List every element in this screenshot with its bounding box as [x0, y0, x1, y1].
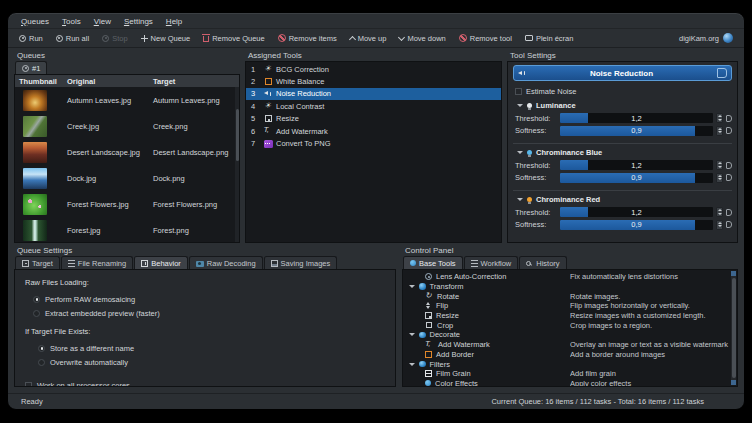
- tool-row-convert-to-png[interactable]: 7 Convert To PNG: [246, 137, 501, 149]
- menu-settings[interactable]: Settings: [124, 17, 153, 26]
- tree-group-transform[interactable]: Transform: [406, 282, 729, 292]
- thumbnail-image: [23, 194, 47, 215]
- tree-item-lens-auto-correction[interactable]: Lens Auto-Correction Fix automatically l…: [406, 272, 729, 282]
- queues-panel: Queues #1 Thumbnail Original Target Autu…: [14, 50, 240, 243]
- run-all-button[interactable]: Run all: [56, 34, 89, 43]
- thumbnail-image: [23, 142, 47, 163]
- remove-tool-button[interactable]: Remove tool: [459, 34, 512, 43]
- tool-header-bar: Noise Reduction: [513, 65, 732, 81]
- tab-behavior[interactable]: Behavior: [134, 256, 188, 269]
- tab-saving-images[interactable]: Saving Images: [264, 256, 338, 269]
- base-tools-tree: Lens Auto-Correction Fix automatically l…: [402, 269, 738, 387]
- menu-view[interactable]: View: [94, 17, 111, 26]
- remove-items-button[interactable]: Remove items: [278, 34, 337, 43]
- tab-target[interactable]: Target: [15, 256, 60, 269]
- reset-icon[interactable]: [726, 209, 732, 216]
- table-row[interactable]: Autumn Leaves.jpg Autumn Leaves.png: [15, 87, 239, 113]
- reset-icon[interactable]: [726, 221, 732, 228]
- tree-group-filters[interactable]: Filters: [406, 359, 729, 369]
- move-down-button[interactable]: Move down: [399, 34, 445, 43]
- tree-item-crop[interactable]: Crop Crop images to a region.: [406, 320, 729, 330]
- tool-row-resize[interactable]: 5 Resize: [246, 113, 501, 125]
- column-original[interactable]: Original: [67, 77, 153, 86]
- flip-icon: [425, 302, 432, 310]
- menu-help[interactable]: Help: [166, 17, 182, 26]
- tab-workflow[interactable]: Workflow: [464, 256, 519, 269]
- queue-table-scrollbar[interactable]: [235, 87, 239, 242]
- radio-overwrite-automatically[interactable]: Overwrite automatically: [25, 355, 395, 369]
- move-up-button[interactable]: Move up: [350, 34, 387, 43]
- table-row[interactable]: Forest Flowers.jpg Forest Flowers.png: [15, 191, 239, 217]
- tree-item-resize[interactable]: Resize Resize images with a customized l…: [406, 311, 729, 321]
- target-filename: Forest.png: [153, 226, 239, 235]
- tab-raw-decoding[interactable]: Raw Decoding: [189, 256, 263, 269]
- table-row[interactable]: Desert Landscape.jpg Desert Landscape.pn…: [15, 139, 239, 165]
- menu-queues[interactable]: Queues: [21, 17, 49, 26]
- tree-item-add-border[interactable]: Add Border Add a border around images: [406, 350, 729, 360]
- thumbnail-image: [23, 116, 47, 137]
- scrollbar-handle[interactable]: [732, 278, 736, 378]
- chrominance-red-section-header[interactable]: Chrominance Red: [513, 194, 732, 205]
- tool-row-bcg-correction[interactable]: 1 BCG Correction: [246, 63, 501, 75]
- tree-item-add-watermark[interactable]: Add Watermark Overlay an image or text a…: [406, 340, 729, 350]
- radio-extract-embedded-preview[interactable]: Extract embedded preview (faster): [25, 306, 395, 320]
- table-row[interactable]: Forest.jpg Forest.png: [15, 217, 239, 243]
- digikam-org-link[interactable]: digiKam.org: [679, 33, 733, 43]
- column-target[interactable]: Target: [153, 77, 239, 86]
- spinner[interactable]: [716, 160, 723, 170]
- chrominance-red-section: Chrominance Red Threshold: 1,2 Softness:…: [513, 190, 732, 234]
- column-thumbnail[interactable]: Thumbnail: [15, 77, 67, 86]
- chrominance-red-softness-slider[interactable]: 0,9: [560, 220, 713, 230]
- spinner[interactable]: [716, 220, 723, 230]
- tab-base-tools[interactable]: Base Tools: [403, 256, 463, 269]
- tree-group-decorate[interactable]: Decorate: [406, 330, 729, 340]
- tool-row-add-watermark[interactable]: 6 Add Watermark: [246, 125, 501, 137]
- estimate-noise-checkbox[interactable]: [515, 88, 522, 95]
- tool-row-noise-reduction[interactable]: 3 Noise Reduction: [246, 88, 501, 100]
- scroll-down-icon[interactable]: [731, 380, 736, 385]
- spinner[interactable]: [716, 207, 723, 217]
- chrominance-blue-section-header[interactable]: Chrominance Blue: [513, 147, 732, 158]
- digikam-batch-queue-manager-window: Queues Tools View Settings Help Run Run …: [7, 12, 745, 410]
- luminance-softness-slider[interactable]: 0,9: [560, 126, 713, 136]
- control-panel-tabs: Base Tools Workflow History: [402, 256, 738, 269]
- fullscreen-button[interactable]: Plein écran: [525, 34, 574, 43]
- table-row[interactable]: Creek.jpg Creek.png: [15, 113, 239, 139]
- tool-row-white-balance[interactable]: 2 White Balance: [246, 75, 501, 87]
- spinner[interactable]: [716, 113, 723, 123]
- reset-icon[interactable]: [726, 174, 732, 181]
- queue-tab-1[interactable]: #1: [15, 61, 47, 74]
- tree-item-flip[interactable]: Flip Flip images horizontally or vertica…: [406, 301, 729, 311]
- scroll-up-icon[interactable]: [731, 271, 736, 276]
- original-filename: Desert Landscape.jpg: [67, 148, 153, 157]
- target-icon: [22, 260, 29, 267]
- reset-icon[interactable]: [726, 162, 732, 169]
- new-queue-button[interactable]: New Queue: [141, 34, 191, 43]
- reset-icon[interactable]: [726, 115, 732, 122]
- reset-defaults-icon[interactable]: [717, 68, 727, 78]
- tab-file-renaming[interactable]: File Renaming: [61, 256, 133, 269]
- remove-queue-button[interactable]: Remove Queue: [203, 34, 265, 43]
- tab-history[interactable]: History: [519, 256, 566, 269]
- radio-store-different-name[interactable]: Store as a different name: [25, 341, 395, 355]
- table-row[interactable]: Dock.jpg Dock.png: [15, 165, 239, 191]
- control-panel-scrollbar[interactable]: [731, 271, 736, 385]
- radio-perform-raw-demosaicing[interactable]: Perform RAW demosaicing: [25, 292, 395, 306]
- fullscreen-icon: [525, 35, 533, 41]
- spinner[interactable]: [716, 173, 723, 183]
- spinner[interactable]: [716, 126, 723, 136]
- chrominance-blue-softness-slider[interactable]: 0,9: [560, 173, 713, 183]
- contrast-icon: [264, 102, 272, 110]
- chrominance-blue-threshold-slider[interactable]: 1,2: [560, 160, 713, 170]
- work-on-all-cores-option[interactable]: Work on all processor cores: [25, 378, 395, 387]
- menu-tools[interactable]: Tools: [62, 17, 81, 26]
- luminance-threshold-slider[interactable]: 1,2: [560, 113, 713, 123]
- tree-item-film-grain[interactable]: Film Grain Add film grain: [406, 369, 729, 379]
- tree-item-rotate[interactable]: Rotate Rotate images.: [406, 291, 729, 301]
- reset-icon[interactable]: [726, 127, 732, 134]
- tree-item-color-effects[interactable]: Color Effects Apply color effects: [406, 379, 729, 387]
- luminance-section-header[interactable]: Luminance: [513, 100, 732, 111]
- run-button[interactable]: Run: [19, 34, 43, 43]
- tool-row-local-contrast[interactable]: 4 Local Contrast: [246, 100, 501, 112]
- chrominance-red-threshold-slider[interactable]: 1,2: [560, 207, 713, 217]
